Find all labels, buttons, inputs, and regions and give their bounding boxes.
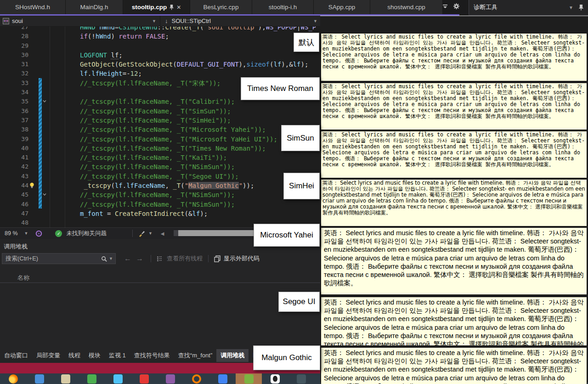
code-line-46[interactable]: 46//_tcscpy(lf.lfFaceName, _T("NSimSun")… [0, 200, 320, 209]
line-number: 27 [0, 27, 28, 32]
threads-grid-icon[interactable] [157, 255, 164, 262]
cpp-file-icon: ++ [3, 18, 9, 24]
code-line-29[interactable]: 29 [0, 41, 320, 51]
member-dropdown[interactable]: ↓ SOUI::STipCtrl ▼ [160, 16, 320, 26]
taskbar-slot [79, 373, 105, 384]
code-text: //_tcscpy(lf.lfFaceName, _T("Times New R… [80, 144, 266, 153]
navigate-back-icon[interactable]: ← [124, 254, 131, 263]
code-line-40[interactable]: 40//_tcscpy(lf.lfFaceName, _T("Times New… [0, 144, 320, 153]
gear-icon[interactable] [453, 3, 460, 10]
font-label-Malgun Gothic: Malgun Gothic [253, 345, 320, 370]
code-line-28[interactable]: 28if(!hWnd) return FALSE; [0, 32, 320, 41]
code-line-39[interactable]: 39//_tcscpy(lf.lfFaceName, _T("Microsoft… [0, 135, 320, 144]
code-line-43[interactable]: 43//_tcscpy(lf.lfFaceName, _T("Segoe UI"… [0, 172, 320, 181]
panel-tab-自动窗口[interactable]: 自动窗口 [0, 349, 32, 362]
navigate-forward-icon[interactable]: → [136, 254, 143, 263]
taskbar-icon-v-app[interactable] [87, 374, 96, 384]
taskbar-icon-bat-app[interactable] [297, 374, 306, 384]
taskbar-slot [209, 373, 236, 384]
panel-tab-查找“m_font”[interactable]: 查找“m_font” [174, 349, 216, 362]
panel-tab-查找符号结果[interactable]: 查找符号结果 [130, 349, 174, 362]
code-line-30[interactable]: 30LOGFONT lf; [0, 51, 320, 60]
chevron-down-icon[interactable]: ▼ [148, 231, 153, 236]
callstack-panel: 调用堆栈 搜索(Ctrl+E) ▼ ← → 查看所有线程 显示外部代码 [0, 239, 320, 348]
file-tab-label: BesLyric.cpp [204, 4, 239, 11]
taskbar-icon-archive-app[interactable] [61, 374, 70, 384]
fold-collapse-icon[interactable] [42, 99, 48, 104]
taskbar-icon-blue-document-app[interactable] [218, 374, 227, 384]
line-number: 45 [0, 190, 28, 199]
code-line-47[interactable]: 47m_font = CreateFontIndirect(&lf); [0, 209, 320, 218]
issues-message: 未找到相关问题 [66, 230, 107, 237]
line-number: 39 [0, 135, 28, 144]
callstack-column-header[interactable]: 名称 [0, 273, 320, 283]
code-text: //_tcscpy(lf.lfFaceName, _T("Microsoft Y… [80, 135, 277, 144]
taskbar-icon-orange-ring-app[interactable] [192, 374, 201, 384]
taskbar-slot [105, 373, 131, 384]
taskbar-icon-feather-app[interactable] [113, 374, 123, 384]
code-text: GetObject(GetStockObject(DEFAULT_GUI_FON… [80, 60, 308, 69]
code-line-27[interactable]: 27HWND hWnd=CSimpleWnd::Create(_T("soui … [0, 27, 320, 32]
chevron-down-icon[interactable]: ▼ [569, 5, 573, 10]
file-tab-MainDlg.h[interactable]: MainDlg.h [66, 0, 123, 14]
line-number: 48 [0, 218, 28, 227]
panel-tab-模块[interactable]: 模块 [85, 349, 105, 362]
file-tab-stooltip-i.h[interactable]: stooltip-i.h [252, 0, 314, 14]
view-all-threads-button[interactable]: 查看所有线程 [167, 254, 203, 263]
zoom-selector[interactable]: 89 % ▼ [2, 229, 31, 237]
chevron-down-icon[interactable]: ▼ [109, 256, 113, 261]
search-input[interactable]: 搜索(Ctrl+E) ▼ [2, 253, 116, 264]
line-number: 40 [0, 144, 28, 153]
scope-dropdown[interactable]: ++ soui ▼ [0, 16, 160, 26]
taskbar-slot [236, 373, 262, 384]
panel-tab-局部变量[interactable]: 局部变量 [32, 349, 64, 362]
health-indicator-icon[interactable] [35, 230, 42, 237]
code-line-41[interactable]: 41//_tcscpy(lf.lfFaceName, _T("KaiTi")); [0, 153, 320, 162]
member-name: SOUI::STipCtrl [172, 17, 211, 24]
taskbar-icon-blue-messenger[interactable] [35, 374, 44, 384]
pin-icon[interactable] [170, 5, 174, 10]
code-text: //_tcscpy(lf.lfFaceName, _T("NSimSun")); [80, 200, 235, 209]
pin-icon[interactable] [579, 5, 583, 11]
file-tab-label: MainDlg.h [80, 4, 108, 11]
file-tab-BesLyric.cpp[interactable]: BesLyric.cpp [190, 0, 252, 14]
tab-overflow-icon[interactable] [442, 3, 448, 10]
taskbar-icon-qq[interactable] [271, 374, 280, 384]
panel-tab-线程[interactable]: 线程 [64, 349, 85, 362]
scroll-left-arrow[interactable]: ◀ [161, 231, 164, 236]
lightbulb-icon[interactable] [29, 182, 34, 189]
code-line-37[interactable]: 37//_tcscpy(lf.lfFaceName, _T("SimHei"))… [0, 116, 320, 125]
code-text: //_tcscpy(lf.lfFaceName, _T("KaiTi")); [80, 153, 227, 162]
file-tab-SApp.cpp[interactable]: SApp.cpp [314, 0, 370, 14]
code-line-36[interactable]: 36//_tcscpy(lf.lfFaceName, _T("SimSun"))… [0, 107, 320, 116]
panel-tab-监视 1[interactable]: 监视 1 [105, 349, 130, 362]
arrow-down-icon: ↓ [165, 17, 168, 24]
code-text: //_tcscpy(lf.lfFaceName, _T("Segoe UI"))… [80, 172, 239, 181]
code-line-31[interactable]: 31GetObject(GetStockObject(DEFAULT_GUI_F… [0, 60, 320, 69]
file-tab-stooltip.cpp[interactable]: stooltip.cpp✕ [123, 0, 190, 14]
taskbar-icon-firefox[interactable] [9, 374, 18, 384]
taskbar-icon-red-office-app[interactable] [140, 374, 149, 384]
show-external-code-button[interactable]: 显示外部代码 [224, 254, 260, 263]
line-number: 42 [0, 162, 28, 171]
font-label-SimSun: SimSun [281, 125, 320, 151]
code-editor[interactable]: 27HWND hWnd=CSimpleWnd::Create(_T("soui … [0, 27, 320, 227]
line-number: 29 [0, 41, 28, 51]
code-line-45[interactable]: 45//_tcscpy(lf.lfFaceName, _T("NSimSun")… [0, 190, 320, 199]
taskbar-icon-visual-studio[interactable] [166, 374, 175, 384]
file-tab-SHostWnd.h[interactable]: SHostWnd.h [0, 0, 66, 14]
file-tab-shostwnd.cpp[interactable]: shostwnd.cpp [370, 0, 443, 14]
code-line-42[interactable]: 42//_tcscpy(lf.lfFaceName, _T("NSimSun")… [0, 162, 320, 171]
tooltip-preview-SimHei: 英语： Select lyrics and music files to cre… [321, 179, 587, 226]
code-line-44[interactable]: 44 _tcscpy(lf.lfFaceName, _T("Malgun Got… [0, 181, 320, 190]
fold-collapse-icon[interactable] [42, 192, 48, 198]
file-tab-strip: SHostWnd.hMainDlg.hstooltip.cpp✕BesLyric… [0, 0, 469, 14]
code-cleanup-icon[interactable] [138, 230, 146, 237]
code-line-38[interactable]: 38//_tcscpy(lf.lfFaceName, _T("Microsoft… [0, 125, 320, 134]
taskbar-icon-green-active-app[interactable] [244, 374, 254, 384]
tooltip-preview-Times New Roman: 英语： Select lyrics and music files to cre… [321, 83, 587, 130]
panel-tab-调用堆栈[interactable]: 调用堆栈 [216, 349, 249, 362]
file-tab-label: stooltip.cpp [132, 4, 167, 11]
close-icon[interactable]: ✕ [176, 4, 181, 11]
code-text: //_tcscpy(lf.lfFaceName, _T("SimHei")); [80, 116, 231, 125]
